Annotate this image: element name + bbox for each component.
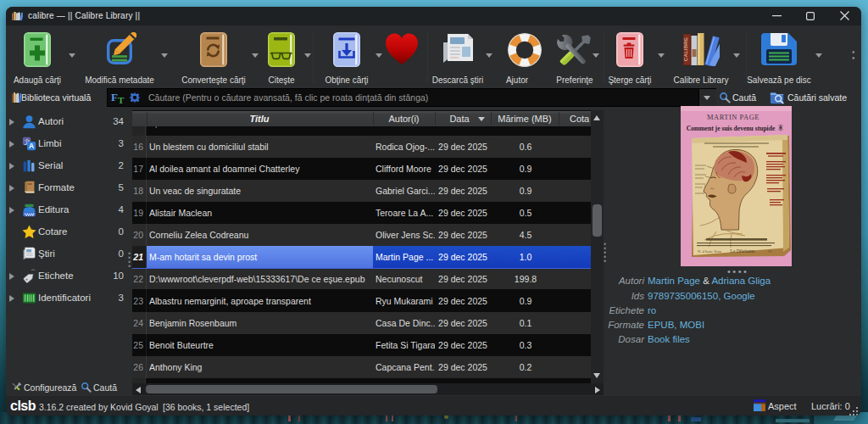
svg-text:Le Dilettante: Le Dilettante <box>731 248 755 254</box>
svg-text:MARTIN PAGE: MARTIN PAGE <box>707 113 760 121</box>
svg-text:A: A <box>29 142 34 150</box>
svg-text:N. 4 Iunie Rom: N. 4 Iunie Rom <box>698 249 721 254</box>
svg-text:Comment je suis devenu stupide: Comment je suis devenu stupide <box>687 125 776 132</box>
svg-text:CALIBRE: CALIBRE <box>683 37 688 61</box>
svg-text:98: 98 <box>768 249 772 254</box>
